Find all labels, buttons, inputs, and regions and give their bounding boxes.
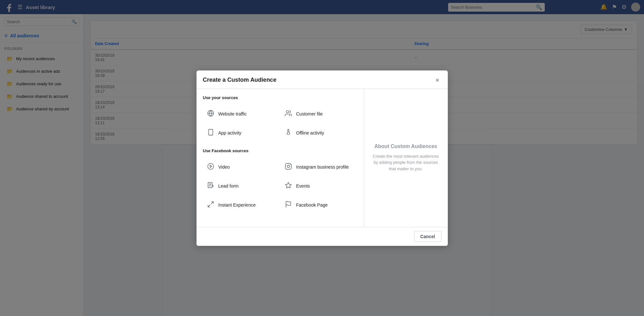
your-sources-grid: Website traffic Customer file: [203, 105, 357, 142]
modal-overlay[interactable]: Create a Custom Audience × Use your sour…: [0, 0, 644, 316]
source-label: Customer file: [296, 111, 322, 116]
source-facebook-page[interactable]: Facebook Page: [281, 196, 357, 214]
about-custom-audiences-title: About Custom Audiences: [374, 144, 437, 149]
instagram-icon: [284, 163, 293, 172]
svg-point-10: [290, 164, 290, 165]
source-customer-file[interactable]: Customer file: [281, 105, 357, 123]
create-audience-modal: Create a Custom Audience × Use your sour…: [197, 70, 448, 246]
facebook-page-icon: [284, 201, 293, 209]
modal-close-button[interactable]: ×: [434, 76, 441, 84]
walk-icon: [284, 129, 293, 137]
source-label: Lead form: [218, 183, 239, 189]
source-events[interactable]: Events: [281, 177, 357, 195]
events-icon: [284, 182, 293, 191]
your-sources-label: Use your sources: [203, 95, 357, 100]
mobile-icon: [206, 129, 215, 137]
source-website-traffic[interactable]: Website traffic: [203, 105, 280, 123]
source-lead-form[interactable]: Lead form: [203, 177, 280, 195]
source-label: Website traffic: [218, 111, 247, 116]
modal-right-panel: About Custom Audiences Create the most r…: [364, 89, 448, 227]
svg-point-5: [288, 129, 289, 130]
modal-body: Use your sources Website traffic: [197, 89, 448, 227]
svg-point-6: [207, 163, 213, 169]
modal-title: Create a Custom Audience: [203, 77, 276, 83]
lead-form-icon: [206, 182, 215, 191]
modal-footer: Cancel: [197, 227, 448, 246]
source-label: App activity: [218, 130, 242, 135]
modal-header: Create a Custom Audience ×: [197, 70, 448, 89]
expand-icon: [206, 201, 215, 209]
source-label: Instagram business profile: [296, 164, 349, 170]
modal-left-panel: Use your sources Website traffic: [197, 89, 364, 227]
svg-point-9: [287, 165, 289, 167]
source-video[interactable]: Video: [203, 158, 280, 176]
about-custom-audiences-text: Create the most relevant audiences by ad…: [370, 153, 441, 172]
facebook-sources-label: Use Facebook sources: [203, 148, 357, 153]
svg-marker-7: [210, 165, 212, 167]
source-label: Video: [218, 164, 230, 170]
users-icon: [284, 110, 293, 118]
svg-marker-15: [285, 182, 291, 188]
svg-rect-8: [285, 163, 291, 169]
source-instagram-profile[interactable]: Instagram business profile: [281, 158, 357, 176]
cancel-button[interactable]: Cancel: [414, 231, 441, 242]
source-label: Offline activity: [296, 130, 324, 135]
source-label: Facebook Page: [296, 202, 328, 208]
source-app-activity[interactable]: App activity: [203, 124, 280, 142]
svg-line-17: [208, 205, 210, 207]
source-instant-experience[interactable]: Instant Experience: [203, 196, 280, 214]
source-label: Instant Experience: [218, 202, 256, 208]
globe-icon: [206, 110, 215, 118]
source-label: Events: [296, 183, 310, 189]
svg-line-16: [211, 201, 213, 203]
svg-rect-3: [208, 129, 213, 135]
facebook-sources-grid: Video Instagram business profile: [203, 158, 357, 214]
svg-point-2: [286, 110, 289, 113]
source-offline-activity[interactable]: Offline activity: [281, 124, 357, 142]
play-circle-icon: [206, 163, 215, 172]
